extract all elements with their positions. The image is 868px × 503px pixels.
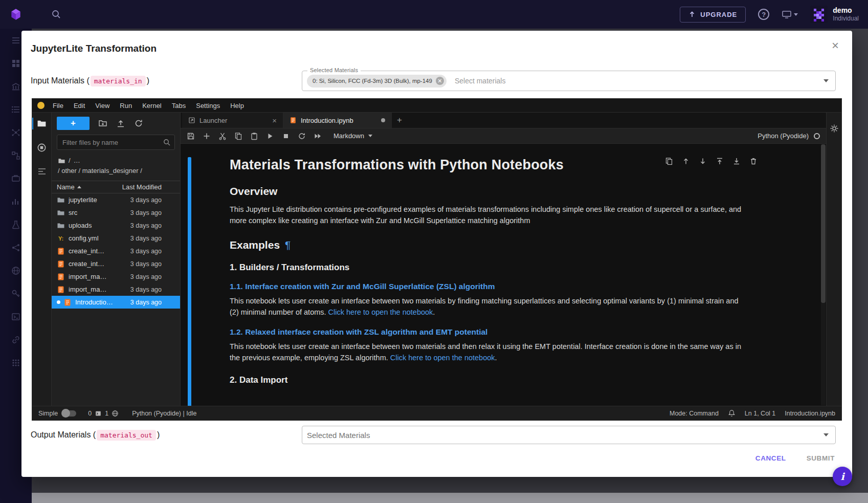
info-button[interactable] — [833, 467, 852, 486]
menu-settings[interactable]: Settings — [191, 102, 225, 110]
running-sessions[interactable]: 0 1 — [88, 410, 119, 417]
display-menu[interactable] — [782, 9, 798, 19]
markdown-cell[interactable]: Materials Transformations with Python No… — [188, 157, 761, 406]
menu-icon[interactable] — [11, 36, 20, 45]
sidebar-dashboard-icon[interactable] — [11, 59, 20, 68]
search-icon[interactable] — [51, 9, 61, 19]
close-tab-icon[interactable]: × — [272, 116, 277, 125]
user-menu[interactable]: demo Individual — [810, 6, 859, 23]
restart-kernel-icon[interactable] — [298, 132, 306, 140]
duplicate-cell-icon[interactable] — [665, 157, 673, 165]
delete-cell-icon[interactable] — [749, 157, 758, 165]
property-inspector-gear-icon[interactable] — [830, 124, 839, 406]
sidebar-bank-icon[interactable] — [11, 82, 20, 91]
menu-edit[interactable]: Edit — [69, 102, 90, 110]
notebook-file-icon — [290, 117, 297, 124]
cell-type-select[interactable]: Markdown — [333, 132, 372, 140]
item-1-2-heading[interactable]: 1.2. Relaxed interface creation with ZSL… — [230, 327, 761, 337]
refresh-icon[interactable] — [134, 119, 143, 128]
help-icon[interactable] — [758, 9, 769, 20]
file-row-selected[interactable]: Introductio… 3 days ago — [52, 296, 180, 309]
file-row[interactable]: config.yml 3 days ago — [52, 232, 180, 245]
submit-button[interactable]: SUBMIT — [807, 454, 835, 462]
column-last-modified[interactable]: Last Modified — [122, 183, 175, 191]
column-name[interactable]: Name — [57, 183, 75, 191]
chip-remove-icon[interactable] — [436, 77, 444, 85]
output-materials-select[interactable]: Selected Materials — [302, 426, 836, 444]
sidebar-charts-icon[interactable] — [11, 197, 20, 206]
file-row[interactable]: create_int… 3 days ago — [52, 257, 180, 270]
insert-cell-above-icon[interactable] — [716, 157, 724, 165]
running-kernels-icon[interactable] — [32, 143, 51, 152]
tab-launcher[interactable]: Launcher × — [182, 113, 283, 128]
restart-run-all-icon[interactable] — [314, 132, 322, 140]
menu-run[interactable]: Run — [115, 102, 137, 110]
upload-icon[interactable] — [116, 119, 125, 128]
sidebar-flask-icon[interactable] — [11, 220, 20, 229]
table-of-contents-icon[interactable] — [32, 167, 51, 176]
notifications-icon[interactable] — [728, 409, 736, 417]
copy-icon[interactable] — [234, 132, 242, 140]
anchor-link[interactable]: ¶ — [285, 239, 291, 251]
file-row[interactable]: import_ma… 3 days ago — [52, 270, 180, 283]
breadcrumb-root[interactable]: / — [69, 156, 71, 166]
sidebar-link-icon[interactable] — [11, 335, 20, 344]
sidebar-share-icon[interactable] — [11, 243, 20, 252]
input-materials-select[interactable]: Selected Materials 0: Si, Silicon, FCC (… — [302, 71, 836, 91]
cell-collapser[interactable] — [188, 157, 191, 406]
sidebar-jobs-icon[interactable] — [11, 174, 20, 183]
run-icon[interactable] — [266, 132, 274, 140]
upgrade-button[interactable]: UPGRADE — [680, 7, 746, 23]
filter-files-input[interactable] — [57, 135, 175, 150]
material-chip[interactable]: 0: Si, Silicon, FCC (Fd-3m) 3D (Bulk), m… — [307, 75, 447, 88]
unsaved-changes-dot[interactable] — [381, 118, 385, 122]
stop-icon[interactable] — [282, 132, 290, 140]
menu-help[interactable]: Help — [225, 102, 249, 110]
notebook-scrollbar-thumb[interactable] — [821, 144, 826, 303]
file-browser-icon[interactable] — [32, 119, 51, 128]
breadcrumb-ellipsis[interactable]: … — [74, 156, 80, 166]
file-row[interactable]: src 3 days ago — [52, 206, 180, 219]
tab-introduction-notebook[interactable]: Introduction.ipynb — [283, 113, 392, 128]
sidebar-key-icon[interactable] — [11, 289, 20, 298]
simple-mode-toggle[interactable] — [62, 410, 76, 417]
filter-files-field[interactable] — [57, 135, 175, 150]
file-row[interactable]: create_int… 3 days ago — [52, 245, 180, 257]
cursor-position[interactable]: Ln 1, Col 1 — [745, 410, 775, 417]
item-1-1-heading[interactable]: 1.1. Interface creation with Zur and McG… — [230, 282, 761, 291]
menu-view[interactable]: View — [90, 102, 115, 110]
menu-kernel[interactable]: Kernel — [137, 102, 167, 110]
new-launcher-button[interactable]: + — [57, 117, 90, 130]
cancel-button[interactable]: CANCEL — [755, 454, 786, 462]
sidebar-globe-icon[interactable] — [11, 266, 20, 275]
mat3ra-logo[interactable] — [9, 8, 23, 21]
sidebar-workflows-icon[interactable] — [11, 151, 20, 160]
cut-icon[interactable] — [218, 132, 227, 140]
new-folder-icon[interactable] — [98, 119, 107, 128]
insert-cell-icon[interactable] — [203, 132, 211, 140]
new-tab-button[interactable]: + — [392, 113, 407, 128]
open-notebook-link[interactable]: Click here to open the notebook — [328, 308, 433, 316]
active-file-name[interactable]: Introduction.ipynb — [785, 410, 835, 417]
paste-icon[interactable] — [250, 132, 258, 140]
open-notebook-link[interactable]: Click here to open the notebook — [390, 354, 495, 362]
menu-file[interactable]: File — [48, 102, 69, 110]
insert-cell-below-icon[interactable] — [732, 157, 741, 165]
breadcrumb-path[interactable]: / other / materials_designer / — [58, 166, 142, 176]
sidebar-materials-icon[interactable] — [11, 128, 20, 137]
file-row[interactable]: jupyterlite 3 days ago — [52, 193, 180, 206]
sidebar-terminal-icon[interactable] — [11, 312, 20, 321]
kernel-indicator[interactable]: Python (Pyodide) — [758, 132, 820, 140]
sidebar-apps-icon[interactable] — [11, 358, 20, 367]
home-folder-icon[interactable] — [58, 157, 65, 165]
save-icon[interactable] — [187, 132, 195, 140]
close-icon[interactable]: × — [829, 39, 842, 52]
move-cell-up-icon[interactable] — [682, 157, 690, 165]
move-cell-down-icon[interactable] — [699, 157, 707, 165]
kernel-status-text[interactable]: Python (Pyodide) | Idle — [132, 410, 196, 417]
command-mode-label[interactable]: Mode: Command — [670, 410, 719, 417]
sidebar-list-icon[interactable] — [11, 105, 20, 114]
menu-tabs[interactable]: Tabs — [167, 102, 191, 110]
file-row[interactable]: uploads 3 days ago — [52, 219, 180, 232]
file-row[interactable]: import_ma… 3 days ago — [52, 283, 180, 296]
